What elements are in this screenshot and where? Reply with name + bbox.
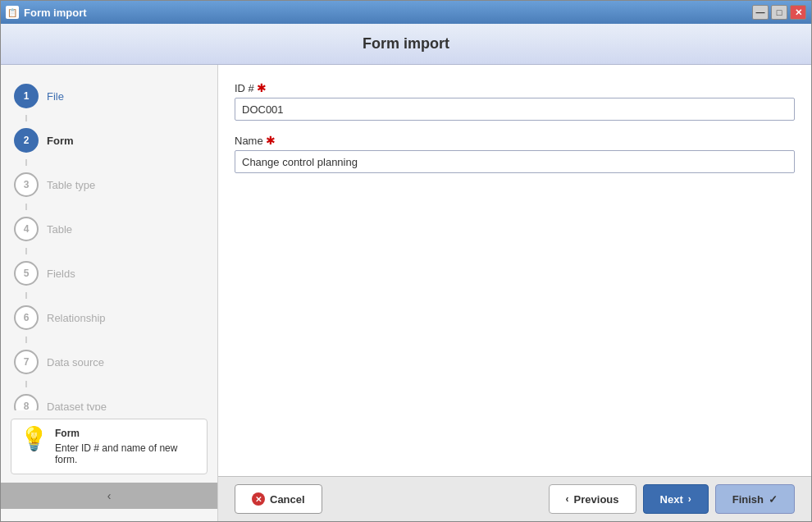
step-connector-2 (25, 159, 27, 166)
step-label-8: Dataset type (47, 401, 107, 411)
previous-button[interactable]: ‹ Previous (549, 484, 636, 514)
step-item-8[interactable]: 8 Dataset type (1, 387, 217, 410)
footer: ✕ Cancel ‹ Previous Next › Finish (218, 476, 811, 521)
next-button[interactable]: Next › (643, 484, 709, 514)
hint-description: Enter ID # and name of new form. (55, 442, 198, 465)
step-item-1[interactable]: 1 File (1, 77, 217, 115)
step-connector-3 (25, 204, 27, 210)
step-circle-1: 1 (14, 84, 39, 108)
step-connector-1 (25, 115, 27, 121)
cancel-button[interactable]: ✕ Cancel (235, 484, 322, 514)
step-circle-8: 8 (14, 394, 39, 410)
step-connector-5 (25, 292, 27, 299)
step-connector-6 (25, 337, 27, 343)
steps-list: 1 File 2 Form 3 Table type 4 (1, 77, 217, 410)
step-label-2: Form (47, 135, 74, 147)
step-circle-5: 5 (14, 261, 39, 286)
name-field-group: Name ✱ (235, 134, 795, 173)
window-body: 1 File 2 Form 3 Table type 4 (1, 65, 811, 521)
step-item-2[interactable]: 2 Form (1, 121, 217, 159)
step-item-6[interactable]: 6 Relationship (1, 299, 217, 337)
footer-left: ✕ Cancel (235, 484, 549, 514)
name-label: Name ✱ (235, 134, 795, 147)
step-label-5: Fields (47, 268, 75, 280)
hint-content: Form Enter ID # and name of new form. (55, 428, 198, 465)
window-title: Form import (24, 7, 87, 19)
main-content: ID # ✱ Name ✱ (218, 65, 811, 476)
step-item-3[interactable]: 3 Table type (1, 166, 217, 204)
cancel-icon: ✕ (252, 492, 265, 506)
sidebar-collapse-button[interactable]: ‹ (1, 483, 217, 509)
title-bar: 📋 Form import — □ ✕ (1, 1, 811, 24)
step-circle-4: 4 (14, 217, 39, 241)
step-label-3: Table type (47, 179, 95, 191)
step-circle-7: 7 (14, 350, 39, 374)
close-button[interactable]: ✕ (790, 5, 806, 20)
sidebar-arrow-icon: ‹ (107, 489, 112, 502)
main-window: 📋 Form import — □ ✕ Form import 1 File (0, 0, 812, 522)
maximize-button[interactable]: □ (771, 5, 787, 20)
name-required-icon: ✱ (266, 134, 276, 147)
step-connector-4 (25, 248, 27, 254)
step-label-4: Table (47, 223, 72, 236)
hint-title: Form (55, 428, 198, 439)
finish-button[interactable]: Finish ✓ (715, 484, 795, 514)
next-icon: › (688, 493, 691, 505)
title-bar-left: 📋 Form import (6, 6, 87, 19)
finish-icon: ✓ (769, 493, 778, 506)
step-connector-7 (25, 381, 27, 387)
window-header: Form import (1, 24, 811, 65)
header-title: Form import (363, 35, 449, 52)
prev-icon: ‹ (566, 493, 569, 505)
step-circle-3: 3 (14, 172, 39, 197)
id-label: ID # ✱ (235, 81, 795, 94)
hint-icon: 💡 (20, 428, 48, 451)
step-label-1: File (47, 90, 64, 103)
sidebar: 1 File 2 Form 3 Table type 4 (1, 65, 218, 521)
step-label-6: Relationship (47, 312, 106, 324)
title-bar-controls: — □ ✕ (752, 5, 806, 20)
id-field-group: ID # ✱ (235, 81, 795, 121)
step-circle-2: 2 (14, 128, 39, 153)
step-item-5[interactable]: 5 Fields (1, 254, 217, 292)
step-label-7: Data source (47, 356, 104, 369)
step-item-7[interactable]: 7 Data source (1, 343, 217, 381)
step-circle-6: 6 (14, 305, 39, 330)
id-input[interactable] (235, 98, 795, 121)
window-icon: 📋 (6, 6, 19, 19)
name-input[interactable] (235, 150, 795, 173)
minimize-button[interactable]: — (752, 5, 769, 20)
id-required-icon: ✱ (257, 81, 267, 94)
form-area: ID # ✱ Name ✱ (235, 81, 795, 460)
hint-box: 💡 Form Enter ID # and name of new form. (11, 419, 208, 474)
footer-right: ‹ Previous Next › Finish ✓ (549, 484, 795, 514)
step-item-4[interactable]: 4 Table (1, 210, 217, 248)
